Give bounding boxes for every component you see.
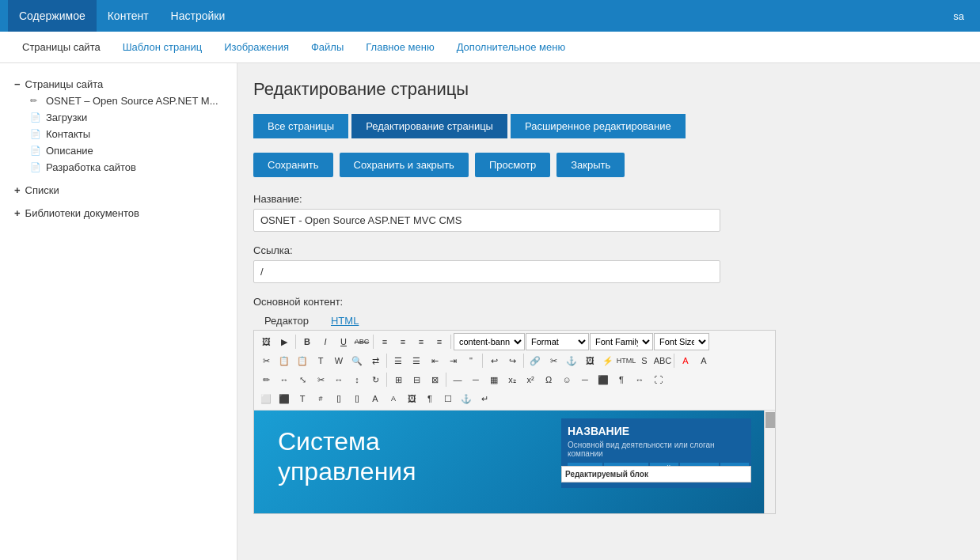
tb-outdent[interactable]: ⇤ [426, 352, 443, 369]
tb-flash[interactable]: ⚡ [599, 352, 617, 369]
tb-para[interactable]: ¶ [421, 390, 439, 407]
tb-resize[interactable]: ⤡ [294, 371, 311, 388]
second-nav-files[interactable]: Файлы [302, 32, 353, 63]
tb-table[interactable]: ⊞ [389, 371, 407, 388]
sidebar-item-description[interactable]: 📄 Описание [8, 142, 229, 159]
tb-paste-text[interactable]: T [312, 352, 329, 369]
sidebar-lists-header[interactable]: + Списки [8, 182, 229, 199]
tb-flip-v[interactable]: ↕ [348, 371, 366, 388]
tb-copy[interactable]: 📋 [275, 352, 293, 369]
tb-ol[interactable]: ☰ [408, 352, 425, 369]
rte-content[interactable]: Система управления НАЗВАНИЕ Основной вид… [254, 411, 775, 513]
tb-form[interactable]: ☐ [439, 390, 457, 407]
tb-underline[interactable]: U [335, 333, 352, 350]
tb-style-select[interactable]: content-banne [454, 333, 525, 350]
tb-align-left[interactable]: ≡ [376, 333, 393, 350]
second-nav-template[interactable]: Шаблон страниц [113, 32, 212, 63]
tb-fontsize-select[interactable]: Font Size [654, 333, 709, 350]
second-nav-site-pages[interactable]: Страницы сайта [13, 32, 110, 63]
sidebar-doclibs-header[interactable]: + Библиотеки документов [8, 205, 229, 221]
tb-bg-color[interactable]: A [695, 352, 712, 369]
tb-abc[interactable]: ABC [353, 333, 370, 350]
tb-show-source[interactable]: # [312, 390, 329, 407]
save-close-button[interactable]: Сохранить и закрыть [340, 153, 469, 177]
tb-select-all[interactable]: ⬜ [257, 390, 275, 407]
editor-tab-editor[interactable]: Редактор [253, 312, 320, 330]
tb-spellcheck[interactable]: ABC [654, 352, 671, 369]
tb-fontfamily-select[interactable]: Font Family [590, 333, 653, 350]
tb-bold[interactable]: B [298, 333, 316, 350]
sidebar-item-contacts[interactable]: 📄 Контакты [8, 126, 229, 142]
tb-fullscreen[interactable]: ⛶ [649, 371, 667, 388]
tb-newline[interactable]: ↵ [476, 390, 493, 407]
tb-replace[interactable]: ⇄ [367, 352, 384, 369]
tb-smiley[interactable]: ☺ [558, 371, 575, 388]
tb-move[interactable]: ↔ [275, 371, 293, 388]
second-nav-extra-menu[interactable]: Дополнительное меню [447, 32, 575, 63]
sidebar-item-osnet[interactable]: ✏ OSNET – Open Source ASP.NET M... [8, 93, 229, 109]
tb-italic[interactable]: I [317, 333, 334, 350]
tb-redo[interactable]: ↪ [503, 352, 521, 369]
tb-toggle-dir[interactable]: ↔ [631, 371, 648, 388]
second-nav-images[interactable]: Изображения [215, 32, 298, 63]
tb-hr[interactable]: ─ [576, 371, 594, 388]
collapse-icon[interactable]: − [14, 78, 21, 90]
tb-anchor2[interactable]: ⚓ [458, 390, 475, 407]
tb-table2[interactable]: ▦ [485, 371, 503, 388]
tb-undo[interactable]: ↩ [485, 352, 503, 369]
close-button[interactable]: Закрыть [556, 153, 625, 177]
tb-cut[interactable]: ✂ [257, 352, 275, 369]
tb-paste[interactable]: 📋 [294, 352, 311, 369]
tab-all-pages[interactable]: Все страницы [253, 114, 348, 138]
save-button[interactable]: Сохранить [253, 153, 333, 177]
nav-kontent[interactable]: Контент [97, 0, 160, 32]
tb-indent[interactable]: ⇥ [444, 352, 462, 369]
tb-style[interactable]: S [636, 352, 653, 369]
link-input[interactable] [253, 260, 720, 283]
tb-link[interactable]: 🔗 [526, 352, 544, 369]
tb-paste-word[interactable]: W [330, 352, 348, 369]
tb-flip-h[interactable]: ↔ [330, 371, 348, 388]
nav-settings[interactable]: Настройки [160, 0, 237, 32]
tb-show-blocks[interactable]: ¶ [613, 371, 630, 388]
tb-pencil[interactable]: ✏ [257, 371, 275, 388]
sidebar-item-downloads[interactable]: 📄 Загрузки [8, 109, 229, 126]
sidebar-section-pages-header[interactable]: − Страницы сайта [8, 76, 229, 93]
sidebar-item-devsite[interactable]: 📄 Разработка сайтов [8, 159, 229, 176]
tab-edit-page[interactable]: Редактирование страницы [351, 114, 507, 138]
tb-hline[interactable]: ─ [467, 371, 484, 388]
tb-placeholder2[interactable]: [] [348, 390, 366, 407]
tb-font-color[interactable]: A [677, 352, 694, 369]
tb-line[interactable]: — [449, 371, 466, 388]
tb-html-source[interactable]: HTML [617, 352, 635, 369]
tb-media-btn[interactable]: ▶ [275, 333, 293, 350]
tb-remove-format[interactable]: ⬛ [275, 390, 293, 407]
tb-image2[interactable]: 🖼 [581, 352, 598, 369]
expand-doclibs-icon[interactable]: + [14, 207, 21, 219]
tb-pagebreak[interactable]: ⬛ [594, 371, 612, 388]
tb-table-row[interactable]: ⊟ [408, 371, 425, 388]
tb-font-big[interactable]: A [367, 390, 384, 407]
expand-lists-icon[interactable]: + [14, 184, 21, 196]
second-nav-main-menu[interactable]: Главное меню [356, 32, 443, 63]
tb-anchor[interactable]: ⚓ [563, 352, 580, 369]
tb-ul[interactable]: ☰ [389, 352, 407, 369]
tb-align-right[interactable]: ≡ [412, 333, 430, 350]
rte-scrollbar[interactable] [764, 411, 775, 513]
tb-rotate[interactable]: ↻ [367, 371, 384, 388]
nav-content[interactable]: Содержимое [8, 0, 97, 32]
tb-image-mgr[interactable]: 🖼 [403, 390, 420, 407]
tb-crop[interactable]: ✂ [312, 371, 329, 388]
tb-sub[interactable]: x₂ [503, 371, 521, 388]
tb-special[interactable]: Ω [540, 371, 557, 388]
tb-font-small[interactable]: A [385, 390, 402, 407]
tb-align-center[interactable]: ≡ [394, 333, 412, 350]
tb-align-justify[interactable]: ≡ [431, 333, 448, 350]
tb-unlink[interactable]: ✂ [545, 352, 562, 369]
tb-sup[interactable]: x² [522, 371, 539, 388]
tb-find[interactable]: 🔍 [348, 352, 366, 369]
tb-format-select[interactable]: Format [526, 333, 589, 350]
tb-placeholder[interactable]: [] [330, 390, 348, 407]
preview-button[interactable]: Просмотр [475, 153, 550, 177]
tb-image-btn[interactable]: 🖼 [257, 333, 275, 350]
